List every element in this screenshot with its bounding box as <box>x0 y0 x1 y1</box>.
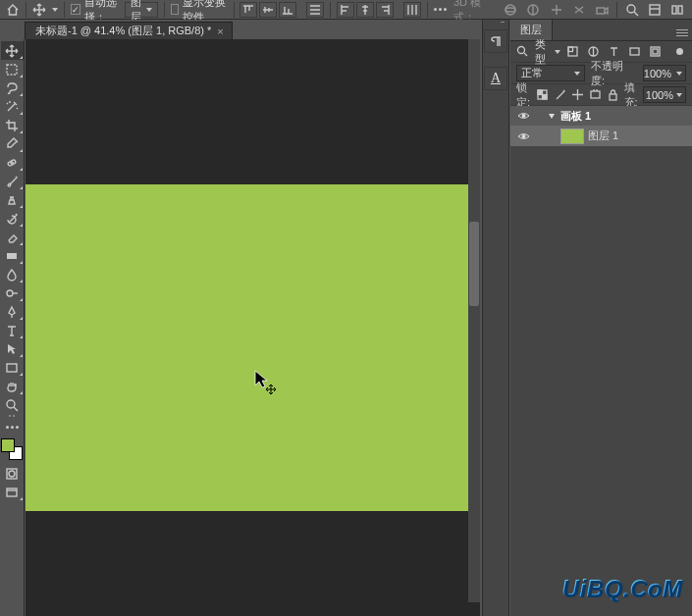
lock-all-icon[interactable] <box>607 88 619 102</box>
rectangle-tool[interactable] <box>1 358 24 377</box>
roll-3d-icon <box>525 1 542 19</box>
more-options-icon[interactable] <box>434 1 448 19</box>
align-left-icon[interactable] <box>337 2 354 18</box>
home-icon[interactable] <box>6 1 20 19</box>
auto-select-target-dropdown[interactable]: 图层 <box>125 2 158 18</box>
artboard-row[interactable]: 画板 1 <box>510 106 692 126</box>
artboard-name[interactable]: 画板 1 <box>560 109 591 124</box>
distribute-v-icon[interactable] <box>403 2 421 18</box>
svg-rect-7 <box>678 6 682 14</box>
svg-rect-28 <box>591 91 600 98</box>
blend-mode-dropdown[interactable]: 正常 <box>516 65 585 81</box>
distribute-horizontal-group <box>306 2 324 18</box>
filter-smart-icon[interactable] <box>649 45 662 58</box>
history-brush-tool[interactable] <box>1 209 24 228</box>
svg-rect-23 <box>651 47 660 56</box>
clone-stamp-tool[interactable] <box>1 190 24 209</box>
svg-rect-5 <box>650 5 660 15</box>
blur-tool[interactable] <box>1 265 24 283</box>
fill-input[interactable]: 100% <box>643 86 686 103</box>
svg-point-12 <box>7 290 13 296</box>
move-tool[interactable] <box>1 41 24 60</box>
svg-point-4 <box>627 5 635 13</box>
color-swatches[interactable] <box>1 438 23 460</box>
filter-search-icon[interactable] <box>516 45 529 58</box>
watermark-text: UiBQ.CoM <box>561 575 682 602</box>
lasso-tool[interactable] <box>1 78 24 97</box>
distribute-h-icon[interactable] <box>306 2 324 18</box>
gradient-tool[interactable] <box>1 246 24 265</box>
layer-row[interactable]: 图层 1 <box>510 126 692 146</box>
vertical-scrollbar[interactable] <box>468 39 480 602</box>
pen-tool[interactable] <box>1 302 24 321</box>
lock-pixels-icon[interactable] <box>554 88 566 102</box>
filter-shape-icon[interactable] <box>628 45 641 58</box>
filter-kind-dropdown[interactable]: 类型 <box>535 37 560 67</box>
svg-rect-29 <box>610 94 616 100</box>
layers-panel: 图层 类型 正常 不透明度: 100% 锁定: 填 <box>510 20 692 616</box>
svg-point-1 <box>506 8 515 12</box>
edit-toolbar-icon[interactable] <box>1 418 24 436</box>
dodge-tool[interactable] <box>1 283 24 302</box>
artboard-collapse-icon[interactable] <box>549 114 555 119</box>
layer-name[interactable]: 图层 1 <box>588 128 618 143</box>
document-tab[interactable]: 未标题-1 @ 41.4% (图层 1, RGB/8) * × <box>25 22 233 39</box>
canvas-area[interactable] <box>26 39 480 616</box>
brush-tool[interactable] <box>1 172 24 190</box>
artboard[interactable] <box>26 184 468 511</box>
tools-panel <box>0 39 25 616</box>
svg-point-0 <box>506 5 515 15</box>
svg-point-30 <box>522 114 526 118</box>
align-hcenter-icon[interactable] <box>356 2 374 18</box>
align-right-icon[interactable] <box>376 2 394 18</box>
document-tab-title: 未标题-1 @ 41.4% (图层 1, RGB/8) * <box>35 24 211 38</box>
quick-mask-tool[interactable] <box>1 464 24 483</box>
character-panel-icon[interactable]: A <box>484 67 507 90</box>
close-tab-icon[interactable]: × <box>217 26 223 37</box>
blend-mode-row: 正常 不透明度: 100% <box>510 63 692 84</box>
lock-position-icon[interactable] <box>571 88 584 102</box>
align-top-icon[interactable] <box>240 2 257 18</box>
filter-adjustment-icon[interactable] <box>587 45 600 58</box>
filter-toggle-icon[interactable] <box>673 45 686 58</box>
eyedropper-tool[interactable] <box>1 134 24 153</box>
svg-rect-11 <box>7 253 12 259</box>
search-icon[interactable] <box>623 1 640 19</box>
filter-pixel-icon[interactable] <box>566 45 579 58</box>
panel-menu-icon[interactable] <box>676 29 688 40</box>
hand-tool[interactable] <box>1 377 24 395</box>
workspace-icon[interactable] <box>669 1 686 19</box>
healing-brush-tool[interactable] <box>1 153 24 172</box>
crop-tool[interactable] <box>1 116 24 134</box>
visibility-toggle-icon[interactable] <box>516 111 531 121</box>
opacity-input[interactable]: 100% <box>643 65 686 81</box>
align-vertical-group <box>337 2 394 18</box>
pan-3d-icon <box>548 1 564 19</box>
marquee-tool[interactable] <box>1 60 24 78</box>
tool-preset-caret[interactable] <box>52 8 58 12</box>
align-horizontal-group <box>240 2 296 18</box>
align-vcenter-icon[interactable] <box>259 2 277 18</box>
move-tool-icon[interactable] <box>32 1 46 19</box>
screen-mode-tool[interactable] <box>1 483 24 501</box>
filter-type-icon[interactable] <box>608 45 620 58</box>
path-selection-tool[interactable] <box>1 339 24 358</box>
align-bottom-icon[interactable] <box>279 2 296 18</box>
svg-rect-6 <box>672 6 676 14</box>
eraser-tool[interactable] <box>1 228 24 246</box>
scrollbar-thumb[interactable] <box>469 222 479 306</box>
visibility-toggle-icon[interactable] <box>516 131 531 141</box>
foreground-color-swatch[interactable] <box>1 438 15 452</box>
layer-thumbnail[interactable] <box>560 128 584 144</box>
lock-transparency-icon[interactable] <box>536 88 549 102</box>
svg-rect-20 <box>568 47 573 52</box>
type-tool[interactable] <box>1 321 24 339</box>
svg-rect-27 <box>542 95 547 100</box>
view-options-icon[interactable] <box>646 1 663 19</box>
lock-artboard-icon[interactable] <box>589 88 602 102</box>
svg-rect-8 <box>7 65 17 75</box>
fill-label: 填充: <box>624 80 639 110</box>
paragraph-panel-icon[interactable] <box>484 29 507 53</box>
zoom-tool[interactable] <box>1 395 24 414</box>
magic-wand-tool[interactable] <box>1 97 24 116</box>
